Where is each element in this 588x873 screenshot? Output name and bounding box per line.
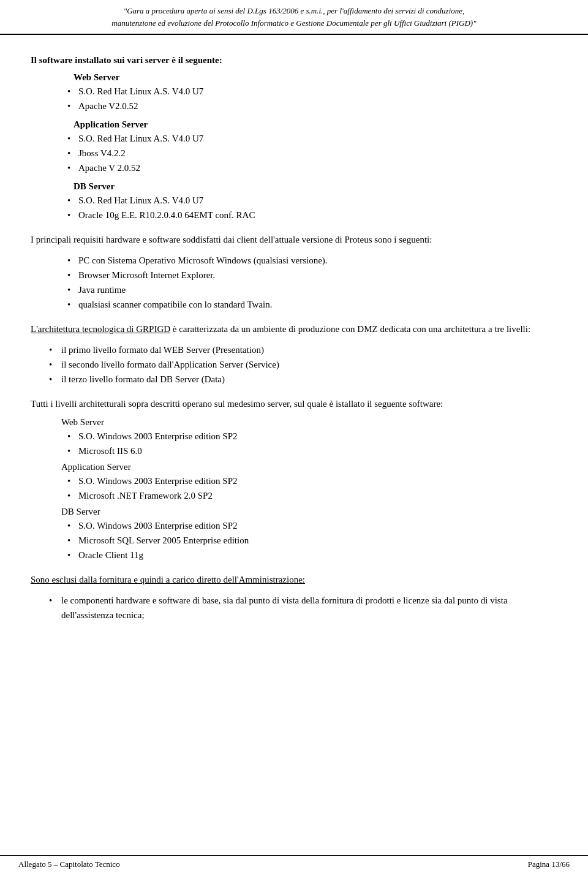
list-item: PC con Sistema Operativo Microsoft Windo… <box>67 253 557 268</box>
web-server-section: Web Server S.O. Red Hat Linux A.S. V4.0 … <box>31 72 557 113</box>
esclusi-section: Sono esclusi dalla fornitura e quindi a … <box>31 572 557 622</box>
page-wrapper: "Gara a procedura aperta ai sensi del D.… <box>0 0 588 873</box>
esclusi-intro: Sono esclusi dalla fornitura e quindi a … <box>31 572 557 587</box>
list-item: Oracle Client 11g <box>67 548 557 562</box>
intro-text: Il software installato sui vari server è… <box>31 53 557 67</box>
list-item: S.O. Red Hat Linux A.S. V4.0 U7 <box>67 193 557 208</box>
proteus-section: I principali requisiti hardware e softwa… <box>31 232 557 312</box>
list-item: il secondo livello formato dall'Applicat… <box>49 357 557 372</box>
footer-left: Allegato 5 – Capitolato Tecnico <box>18 860 120 869</box>
web-server-label: Web Server <box>31 72 557 83</box>
list-item: il primo livello formato dal WEB Server … <box>49 342 557 357</box>
tutti-db-server-list: S.O. Windows 2003 Enterprise edition SP2… <box>31 518 557 562</box>
list-item: S.O. Windows 2003 Enterprise edition SP2 <box>67 474 557 488</box>
list-item: Microsoft SQL Server 2005 Enterprise edi… <box>67 533 557 548</box>
architettura-intro-rest: è caratterizzata da un ambiente di produ… <box>173 324 530 334</box>
proteus-intro: I principali requisiti hardware e softwa… <box>31 232 557 247</box>
list-item: Microsoft IIS 6.0 <box>67 444 557 458</box>
list-item: Microsoft .NET Framework 2.0 SP2 <box>67 488 557 503</box>
page-footer: Allegato 5 – Capitolato Tecnico Pagina 1… <box>0 855 588 873</box>
architettura-intro-underline: L'architettura tecnologica di GRPIGD <box>31 324 170 334</box>
list-item: Java runtime <box>67 282 557 297</box>
list-item: Apache V 2.0.52 <box>67 161 557 175</box>
esclusi-list: le componenti hardware e software di bas… <box>31 593 557 622</box>
app-server-list: S.O. Red Hat Linux A.S. V4.0 U7 Jboss V4… <box>31 131 557 175</box>
header-text-line1: "Gara a procedura aperta ai sensi del D.… <box>18 5 570 17</box>
list-item: il terzo livello formato dal DB Server (… <box>49 372 557 387</box>
header-text-line2: manutenzione ed evoluzione del Protocoll… <box>18 17 570 29</box>
tutti-section: Tutti i livelli architetturali sopra des… <box>31 396 557 562</box>
page-header: "Gara a procedura aperta ai sensi del D.… <box>0 0 588 35</box>
db-server-section: DB Server S.O. Red Hat Linux A.S. V4.0 U… <box>31 181 557 222</box>
tutti-web-server-label: Web Server <box>31 417 557 428</box>
list-item: qualsiasi scanner compatibile con lo sta… <box>67 297 557 312</box>
proteus-list: PC con Sistema Operativo Microsoft Windo… <box>31 253 557 312</box>
architettura-section: L'architettura tecnologica di GRPIGD è c… <box>31 322 557 387</box>
db-server-list: S.O. Red Hat Linux A.S. V4.0 U7 Oracle 1… <box>31 193 557 222</box>
list-item: S.O. Red Hat Linux A.S. V4.0 U7 <box>67 84 557 99</box>
list-item: le componenti hardware e software di bas… <box>49 593 557 622</box>
main-content: Il software installato sui vari server è… <box>0 35 588 855</box>
list-item: Browser Microsoft Internet Explorer. <box>67 268 557 282</box>
architettura-list: il primo livello formato dal WEB Server … <box>31 342 557 387</box>
list-item: Oracle 10g E.E. R10.2.0.4.0 64EMT conf. … <box>67 208 557 222</box>
tutti-web-server-list: S.O. Windows 2003 Enterprise edition SP2… <box>31 429 557 458</box>
footer-right: Pagina 13/66 <box>528 860 570 869</box>
db-server-label: DB Server <box>31 181 557 192</box>
list-item: S.O. Windows 2003 Enterprise edition SP2 <box>67 518 557 533</box>
list-item: Apache V2.0.52 <box>67 99 557 113</box>
tutti-intro: Tutti i livelli architetturali sopra des… <box>31 396 557 411</box>
app-server-section: Application Server S.O. Red Hat Linux A.… <box>31 119 557 175</box>
tutti-db-server-label: DB Server <box>31 507 557 517</box>
architettura-intro: L'architettura tecnologica di GRPIGD è c… <box>31 322 557 336</box>
list-item: S.O. Windows 2003 Enterprise edition SP2 <box>67 429 557 444</box>
esclusi-intro-underline: Sono esclusi dalla fornitura e quindi a … <box>31 575 305 584</box>
list-item: Jboss V4.2.2 <box>67 146 557 161</box>
tutti-app-server-list: S.O. Windows 2003 Enterprise edition SP2… <box>31 474 557 503</box>
tutti-app-server-label: Application Server <box>31 462 557 472</box>
web-server-list: S.O. Red Hat Linux A.S. V4.0 U7 Apache V… <box>31 84 557 113</box>
list-item: S.O. Red Hat Linux A.S. V4.0 U7 <box>67 131 557 146</box>
app-server-label: Application Server <box>31 119 557 130</box>
